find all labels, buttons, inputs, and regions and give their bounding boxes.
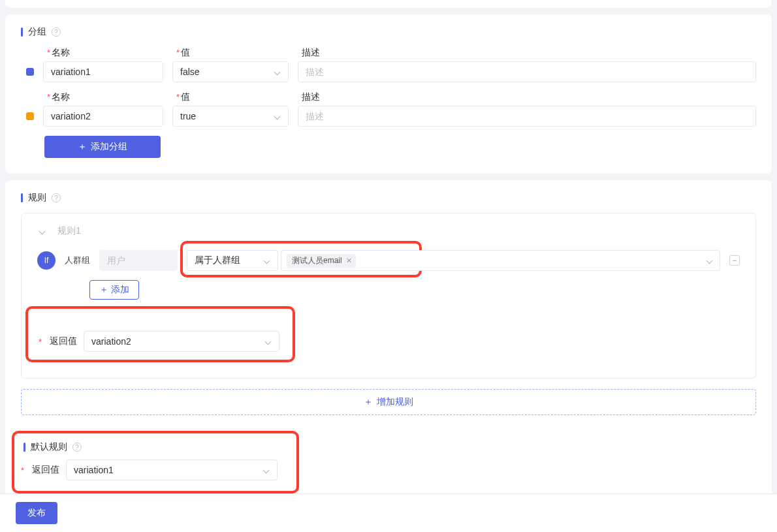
chevron-down-icon: [274, 69, 281, 75]
default-rule-header: 默认规则 ?: [24, 441, 285, 453]
default-rule-section: 默认规则 ? * 返回值 variation1: [21, 431, 756, 493]
highlight-annotation-3: 默认规则 ? * 返回值 variation1: [12, 431, 299, 493]
chevron-down-icon: [264, 257, 270, 264]
chevron-down-icon: [706, 257, 713, 264]
row2-desc-input[interactable]: [298, 106, 756, 127]
rules-title: 规则: [28, 192, 46, 204]
grouping-title: 分组: [28, 26, 46, 38]
default-return-row: * 返回值 variation1: [21, 460, 285, 480]
group-row-1: false: [21, 61, 756, 82]
highlight-annotation-2: * 返回值 variation2: [25, 306, 295, 362]
rule1-box: 规则1 If 人群组 属于人群组 测试人员email: [21, 213, 756, 379]
rule-return-select[interactable]: variation2: [84, 331, 279, 352]
group-columns-header: *名称 *值 描述: [47, 47, 756, 59]
previous-card-edge: [5, 0, 772, 8]
belong-text: 属于人群组: [195, 255, 240, 266]
help-icon[interactable]: ?: [72, 443, 82, 452]
default-rule-title: 默认规则: [31, 441, 67, 453]
row1-name-input[interactable]: [43, 61, 163, 82]
rule1-titlebar: 规则1: [39, 225, 740, 237]
collapse-toggle[interactable]: [39, 226, 46, 236]
if-badge: If: [37, 251, 56, 270]
default-return-select[interactable]: variation1: [66, 460, 278, 480]
crowd-label: 人群组: [65, 255, 90, 266]
col-desc-label: 描述: [302, 47, 320, 57]
col-value-label: 值: [181, 47, 190, 57]
header-bar: [24, 443, 25, 452]
group-columns-header-2: *名称 *值 描述: [47, 91, 756, 103]
rule-return-row: * 返回值 variation2: [39, 331, 279, 352]
add-condition-button[interactable]: ＋ 添加: [89, 280, 139, 300]
group-row-2: true: [21, 106, 756, 127]
grouping-card: 分组 ? *名称 *值 描述 false *名称 *值 描述 tr: [5, 14, 772, 174]
default-return-text: variation1: [74, 465, 114, 475]
rules-card: 规则 ? 规则1 If 人群组 属于人群组: [5, 180, 772, 532]
plus-icon: ＋: [78, 141, 87, 153]
row2-value-text: true: [180, 111, 196, 121]
chevron-down-icon: [263, 467, 270, 473]
add-rule-button[interactable]: ＋ 增加规则: [21, 389, 756, 415]
row2-color-indicator: [26, 112, 34, 120]
header-bar: [21, 193, 23, 202]
rule1-title: 规则1: [57, 225, 81, 237]
row1-value-select[interactable]: false: [172, 61, 289, 82]
help-icon[interactable]: ?: [52, 193, 61, 202]
row1-desc-input[interactable]: [298, 61, 756, 82]
tag-chip-email: 测试人员email ✕: [287, 254, 356, 268]
chevron-down-icon: [274, 113, 281, 119]
col-name-label: 名称: [52, 47, 70, 57]
default-return-label: 返回值: [32, 464, 59, 476]
belong-select[interactable]: 属于人群组: [187, 250, 278, 271]
row2-name-input[interactable]: [43, 106, 163, 127]
crowd-group-multiselect[interactable]: 测试人员email ✕: [281, 250, 720, 271]
row1-value-text: false: [180, 67, 200, 77]
help-icon[interactable]: ?: [52, 27, 61, 37]
if-condition-row: If 人群组 属于人群组 测试人员email ✕: [37, 250, 740, 271]
grouping-header: 分组 ?: [21, 26, 756, 38]
row2-value-select[interactable]: true: [172, 106, 289, 127]
chevron-down-icon: [265, 338, 272, 345]
rules-header: 规则 ?: [21, 192, 756, 204]
header-bar: [21, 27, 23, 37]
user-disabled-select: [99, 250, 178, 271]
add-group-button[interactable]: ＋ 添加分组: [44, 136, 161, 158]
row1-color-indicator: [26, 68, 34, 76]
remove-condition-button[interactable]: −: [729, 255, 740, 266]
plus-icon: ＋: [99, 284, 108, 296]
rule-return-text: variation2: [91, 336, 131, 347]
return-label: 返回值: [50, 336, 77, 347]
plus-icon: ＋: [364, 396, 373, 408]
footer-bar: 发布: [0, 493, 777, 532]
remove-tag-icon[interactable]: ✕: [346, 257, 352, 265]
publish-button[interactable]: 发布: [16, 502, 57, 524]
